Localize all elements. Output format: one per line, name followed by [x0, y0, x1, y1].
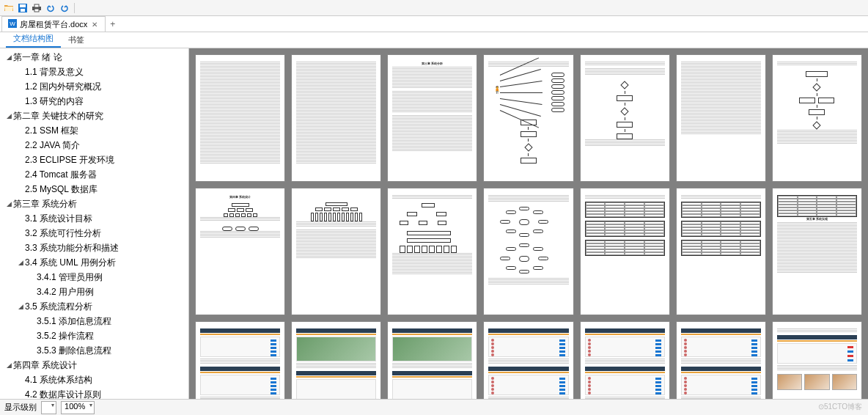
- outline-label: 3.4 系统 UML 用例分析: [25, 255, 116, 270]
- outline-node[interactable]: 3.5.3 删除信息流程: [0, 343, 188, 358]
- page-thumbnail[interactable]: 第四章 系统设计: [195, 188, 285, 315]
- undo-icon[interactable]: [45, 2, 56, 14]
- page-thumbnail[interactable]: [291, 188, 381, 315]
- outline-node[interactable]: 1.1 背景及意义: [0, 65, 188, 79]
- page-thumbnail[interactable]: [291, 321, 381, 399]
- page-thumbnail[interactable]: 第三章 系统分析: [387, 54, 477, 182]
- outline-node[interactable]: 3.5.1 添加信息流程: [0, 314, 188, 328]
- document-tab[interactable]: W 房屋租赁平台.docx ✕: [1, 16, 106, 32]
- outline-node[interactable]: 1.3 研究的内容: [0, 94, 188, 109]
- document-tabs: W 房屋租赁平台.docx ✕ +: [0, 16, 868, 32]
- outline-label: 2.2 JAVA 简介: [25, 138, 80, 153]
- page-thumbnail[interactable]: [772, 321, 862, 399]
- outline-node[interactable]: 1.2 国内外研究概况: [0, 79, 188, 94]
- outline-tree: ◢第一章 绪 论1.1 背景及意义1.2 国内外研究概况1.3 研究的内容◢第二…: [0, 48, 188, 399]
- page-thumbnail[interactable]: 🧍: [483, 54, 573, 182]
- outline-label: 3.2 系统可行性分析: [25, 226, 101, 240]
- outline-node[interactable]: 3.3 系统功能分析和描述: [0, 240, 188, 255]
- outline-label: 2.3 ECLIPSE 开发环境: [25, 153, 114, 167]
- print-icon[interactable]: [31, 2, 43, 14]
- outline-node[interactable]: 2.1 SSM 框架: [0, 123, 188, 138]
- page-thumbnail[interactable]: [772, 54, 862, 182]
- outline-node[interactable]: ◢第四章 系统设计: [0, 358, 188, 372]
- outline-label: 2.4 Tomcat 服务器: [25, 167, 97, 182]
- outline-node[interactable]: 3.5.2 操作流程: [0, 328, 188, 343]
- outline-node[interactable]: ◢3.4 系统 UML 用例分析: [0, 255, 188, 270]
- page-thumbnail[interactable]: [387, 321, 477, 399]
- outline-node[interactable]: 4.2 数据库设计原则: [0, 387, 188, 399]
- collapse-icon[interactable]: ◢: [4, 358, 13, 372]
- outline-label: 3.4.2 用户用例: [37, 284, 94, 299]
- page-thumbnail[interactable]: [291, 54, 381, 182]
- outline-label: 3.1 系统设计目标: [25, 211, 92, 226]
- outline-node[interactable]: 2.4 Tomcat 服务器: [0, 167, 188, 182]
- tab-structure[interactable]: 文档结构图: [6, 31, 61, 48]
- collapse-icon[interactable]: ◢: [16, 255, 25, 270]
- outline-node[interactable]: 3.1 系统设计目标: [0, 211, 188, 226]
- outline-label: 2.1 SSM 框架: [25, 123, 78, 138]
- page-thumbnail[interactable]: [676, 321, 766, 399]
- tab-bookmarks[interactable]: 书签: [61, 32, 92, 48]
- outline-label: 1.3 研究的内容: [25, 94, 84, 109]
- outline-label: 4.2 数据库设计原则: [25, 387, 101, 399]
- word-doc-icon: W: [8, 19, 17, 29]
- outline-label: 3.5.1 添加信息流程: [37, 314, 111, 328]
- outline-label: 3.5.2 操作流程: [37, 328, 94, 343]
- page-thumbnail[interactable]: [580, 321, 670, 399]
- svg-rect-5: [34, 9, 39, 12]
- outline-node[interactable]: ◢第三章 系统分析: [0, 197, 188, 211]
- outline-node[interactable]: 3.2 系统可行性分析: [0, 226, 188, 240]
- outline-label: 第一章 绪 论: [13, 50, 62, 65]
- outline-node[interactable]: ◢3.5 系统流程分析: [0, 299, 188, 314]
- level-label: 显示级别: [4, 402, 37, 413]
- page-thumbnail[interactable]: [195, 54, 285, 182]
- page-thumbnail[interactable]: [195, 321, 285, 399]
- page-thumbnails-area[interactable]: 第三章 系统分析🧍第四章 系统设计第五章 系统实现: [189, 48, 868, 399]
- outline-node[interactable]: ◢第一章 绪 论: [0, 50, 188, 65]
- outline-node[interactable]: 2.3 ECLIPSE 开发环境: [0, 153, 188, 167]
- redo-icon[interactable]: [59, 2, 70, 14]
- outline-node[interactable]: 3.4.1 管理员用例: [0, 270, 188, 284]
- level-combo[interactable]: [41, 401, 56, 414]
- zoom-combo[interactable]: 100%: [61, 401, 95, 414]
- outline-label: 4.1 系统体系结构: [25, 372, 92, 387]
- tab-title: 房屋租赁平台.docx: [20, 19, 87, 30]
- svg-rect-4: [34, 4, 39, 7]
- outline-label: 1.2 国内外研究概况: [25, 79, 101, 94]
- page-thumbnail[interactable]: [580, 54, 670, 182]
- watermark: ⊙51CTO博客: [818, 402, 862, 412]
- save-icon[interactable]: [17, 2, 29, 14]
- toolbar-separator: [74, 3, 75, 13]
- page-thumbnail[interactable]: [676, 188, 766, 315]
- outline-node[interactable]: 2.5 MySQL 数据库: [0, 182, 188, 197]
- outline-label: 1.1 背景及意义: [25, 65, 84, 79]
- collapse-icon[interactable]: ◢: [4, 50, 13, 65]
- outline-node[interactable]: 3.4.2 用户用例: [0, 284, 188, 299]
- outline-label: 3.5 系统流程分析: [25, 299, 92, 314]
- outline-label: 第二章 关键技术的研究: [13, 109, 103, 123]
- page-thumbnail[interactable]: 第五章 系统实现: [772, 188, 862, 315]
- outline-label: 3.5.3 删除信息流程: [37, 343, 111, 358]
- svg-rect-2: [21, 9, 25, 12]
- collapse-icon[interactable]: ◢: [4, 197, 13, 211]
- page-thumbnail[interactable]: [676, 54, 766, 182]
- svg-text:W: W: [10, 21, 15, 27]
- main-toolbar: [0, 0, 868, 16]
- outline-node[interactable]: 4.1 系统体系结构: [0, 372, 188, 387]
- page-thumbnail[interactable]: [483, 188, 573, 315]
- page-thumbnail[interactable]: [580, 188, 670, 315]
- collapse-icon[interactable]: ◢: [4, 109, 13, 123]
- outline-node[interactable]: 2.2 JAVA 简介: [0, 138, 188, 153]
- outline-node[interactable]: ◢第二章 关键技术的研究: [0, 109, 188, 123]
- page-thumbnail[interactable]: [483, 321, 573, 399]
- page-thumbnail[interactable]: [387, 188, 477, 315]
- svg-rect-1: [20, 4, 26, 7]
- outline-label: 3.3 系统功能分析和描述: [25, 240, 119, 255]
- collapse-icon[interactable]: ◢: [16, 299, 25, 314]
- add-tab-button[interactable]: +: [106, 19, 119, 29]
- side-panel-tabs: 文档结构图 书签: [0, 32, 868, 48]
- close-icon[interactable]: ✕: [90, 21, 99, 29]
- outline-label: 2.5 MySQL 数据库: [25, 182, 98, 197]
- folder-open-icon[interactable]: [3, 2, 15, 14]
- outline-sidebar: ◢第一章 绪 论1.1 背景及意义1.2 国内外研究概况1.3 研究的内容◢第二…: [0, 48, 189, 399]
